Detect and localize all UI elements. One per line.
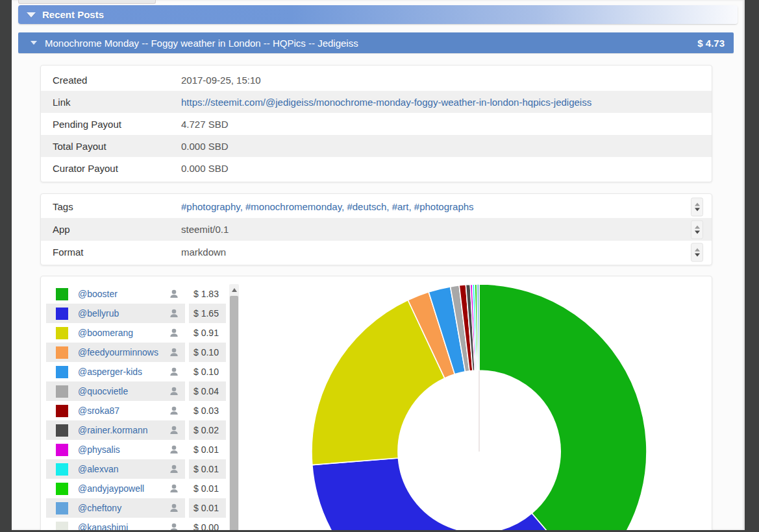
table-row: Appsteemit/0.1 <box>41 218 712 241</box>
voter-amount: $ 0.91 <box>189 323 226 343</box>
voter-amount: $ 0.04 <box>189 381 226 401</box>
table-row: Curator Payout0.000 SBD <box>41 157 712 179</box>
voter-color-swatch <box>56 522 68 531</box>
donut-slice[interactable] <box>479 284 647 530</box>
voter-name-link[interactable]: @quocvietle <box>78 386 169 396</box>
voter-row: @physalis$ 0.01 <box>46 440 229 459</box>
user-icon <box>169 522 179 530</box>
post-details-table: Created2017-09-25, 15:10Linkhttps://stee… <box>40 65 712 182</box>
collapse-triangle-icon <box>31 41 37 45</box>
voter-color-swatch <box>56 327 68 339</box>
page-surface: Recent Posts Monochrome Monday -- Foggy … <box>12 0 745 530</box>
user-icon <box>169 289 179 299</box>
user-icon <box>169 464 179 474</box>
voter-amount: $ 1.65 <box>189 304 226 323</box>
user-icon <box>169 347 179 357</box>
voter-amount: $ 0.01 <box>189 479 226 498</box>
user-icon <box>169 308 179 319</box>
voter-amount: $ 0.01 <box>189 498 226 518</box>
row-label: Tags <box>41 201 181 212</box>
post-payout-badge: $ 4.73 <box>697 38 725 49</box>
voter-row: @boomerang$ 0.91 <box>46 323 229 343</box>
user-icon <box>169 483 179 494</box>
post-header-bar[interactable]: Monochrome Monday -- Foggy weather in Lo… <box>18 32 734 53</box>
row-label: App <box>41 224 181 235</box>
voter-amount: $ 0.00 <box>189 518 226 530</box>
voter-row: @alexvan$ 0.01 <box>46 459 229 479</box>
voter-row: @rainer.kormann$ 0.02 <box>46 420 229 440</box>
value-spinner[interactable] <box>691 243 703 261</box>
voter-name-link[interactable]: @asperger-kids <box>78 367 169 377</box>
voter-name-link[interactable]: @kanashimi <box>78 522 169 530</box>
voter-color-swatch <box>56 463 68 476</box>
row-value-link[interactable]: #photography, #monochromemonday, #deutsc… <box>181 201 712 212</box>
voter-name-link[interactable]: @cheftony <box>78 503 169 513</box>
voter-name-link[interactable]: @bellyrub <box>78 308 169 319</box>
post-meta-table: Tags#photography, #monochromemonday, #de… <box>40 193 712 265</box>
spinner-up-icon <box>695 202 700 206</box>
collapsed-panel-edge <box>18 0 156 4</box>
table-row: Linkhttps://steemit.com/@jedigeiss/monoc… <box>41 91 712 113</box>
user-icon <box>169 367 179 377</box>
value-spinner[interactable] <box>691 197 703 216</box>
voter-name-link[interactable]: @sroka87 <box>78 405 169 416</box>
payout-donut-chart-area <box>239 276 712 530</box>
row-label: Total Payout <box>41 141 181 152</box>
value-spinner[interactable] <box>691 220 703 239</box>
voter-name-cell: @bellyrub <box>46 304 185 323</box>
voter-row: @kanashimi$ 0.00 <box>46 518 229 530</box>
voter-name-link[interactable]: @booster <box>78 289 169 299</box>
voter-row: @cheftony$ 0.01 <box>46 498 229 518</box>
voter-name-cell: @kanashimi <box>46 518 185 530</box>
spinner-down-icon <box>695 253 700 256</box>
spinner-down-icon <box>695 230 700 234</box>
row-label: Curator Payout <box>41 163 181 174</box>
table-row: Total Payout0.000 SBD <box>41 135 712 157</box>
voter-name-cell: @cheftony <box>46 498 185 518</box>
voter-list-scrollbar[interactable] <box>229 284 239 530</box>
voter-color-swatch <box>56 405 68 417</box>
row-value: markdown <box>181 247 712 258</box>
row-value-link[interactable]: https://steemit.com/@jedigeiss/monochrom… <box>181 97 712 108</box>
voter-row: @bellyrub$ 1.65 <box>46 304 229 323</box>
voter-name-cell: @alexvan <box>46 459 185 479</box>
voter-name-link[interactable]: @alexvan <box>78 464 169 474</box>
row-label: Created <box>41 75 181 86</box>
voter-amount: $ 0.03 <box>189 401 226 420</box>
voters-panel: @booster$ 1.83@bellyrub$ 1.65@boomerang$… <box>40 276 712 530</box>
row-value: 0.000 SBD <box>181 141 712 152</box>
voter-name-link[interactable]: @andyjaypowell <box>78 483 169 494</box>
spinner-up-icon <box>695 225 700 228</box>
voter-name-link[interactable]: @boomerang <box>78 328 169 338</box>
user-icon <box>169 503 179 513</box>
scrollbar-thumb[interactable] <box>230 296 238 530</box>
recent-posts-label: Recent Posts <box>42 9 104 20</box>
voter-row: @booster$ 1.83 <box>46 284 229 304</box>
voter-amount: $ 1.83 <box>189 284 226 304</box>
voter-amount: $ 0.02 <box>189 420 226 440</box>
table-row: Formatmarkdown <box>41 241 712 263</box>
voter-amount: $ 0.01 <box>189 459 226 479</box>
voter-row: @quocvietle$ 0.04 <box>46 381 229 401</box>
voter-color-swatch <box>56 288 68 300</box>
voter-color-swatch <box>56 483 68 495</box>
user-icon <box>169 328 179 338</box>
voter-list: @booster$ 1.83@bellyrub$ 1.65@boomerang$… <box>41 284 229 530</box>
voter-name-cell: @sroka87 <box>46 401 185 420</box>
voter-name-link[interactable]: @feedyourminnows <box>78 347 169 357</box>
voter-color-swatch <box>56 502 68 514</box>
row-value: 4.727 SBD <box>181 119 712 130</box>
recent-posts-header[interactable]: Recent Posts <box>18 5 738 24</box>
voter-name-cell: @feedyourminnows <box>46 343 185 362</box>
table-row: Created2017-09-25, 15:10 <box>41 69 712 91</box>
voter-name-link[interactable]: @physalis <box>78 444 169 455</box>
row-value: 2017-09-25, 15:10 <box>181 75 712 86</box>
voter-color-swatch <box>56 444 68 456</box>
scroll-up-arrow[interactable] <box>229 284 239 295</box>
voter-name-link[interactable]: @rainer.kormann <box>78 425 169 435</box>
user-icon <box>169 425 179 435</box>
collapse-triangle-icon <box>27 12 36 18</box>
voter-amount: $ 0.10 <box>189 362 226 381</box>
voter-row: @feedyourminnows$ 0.10 <box>46 343 229 362</box>
voter-name-cell: @rainer.kormann <box>46 420 185 440</box>
